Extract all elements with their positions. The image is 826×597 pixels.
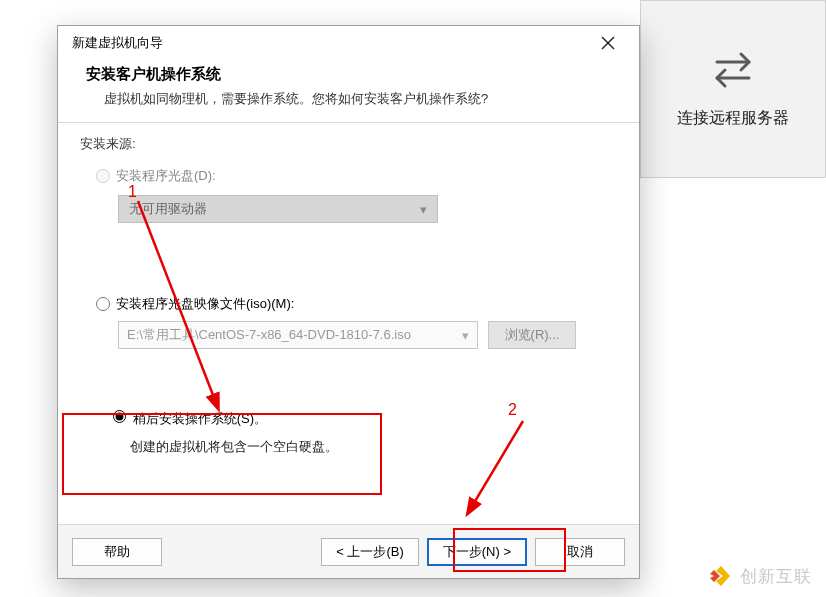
swap-icon — [711, 50, 755, 90]
logo-icon — [708, 563, 734, 589]
dialog-body: 安装来源: 安装程序光盘(D): 无可用驱动器 ▾ 安装程序光盘映像文件(iso… — [58, 123, 639, 524]
option-install-disc-label: 安装程序光盘(D): — [116, 167, 216, 185]
radio-install-disc — [96, 169, 110, 183]
option-install-iso: 安装程序光盘映像文件(iso)(M): E:\常用工具\CentOS-7-x86… — [96, 295, 617, 349]
next-button[interactable]: 下一步(N) > — [427, 538, 527, 566]
radio-install-later[interactable] — [113, 410, 126, 423]
option-install-disc-row[interactable]: 安装程序光盘(D): — [96, 167, 617, 185]
side-panel-label: 连接远程服务器 — [677, 108, 789, 129]
option-install-iso-label: 安装程序光盘映像文件(iso)(M): — [116, 295, 294, 313]
dialog-header: 安装客户机操作系统 虚拟机如同物理机，需要操作系统。您将如何安装客户机操作系统? — [58, 59, 639, 122]
cancel-button[interactable]: 取消 — [535, 538, 625, 566]
header-title: 安装客户机操作系统 — [86, 65, 611, 84]
browse-button: 浏览(R)... — [488, 321, 576, 349]
help-button[interactable]: 帮助 — [72, 538, 162, 566]
logo-text: 创新互联 — [740, 565, 812, 588]
back-button[interactable]: < 上一步(B) — [321, 538, 419, 566]
next-button-label: 下一步(N) > — [443, 543, 511, 561]
header-subtitle: 虚拟机如同物理机，需要操作系统。您将如何安装客户机操作系统? — [86, 90, 611, 108]
disc-drive-combo: 无可用驱动器 ▾ — [118, 195, 438, 223]
titlebar: 新建虚拟机向导 — [58, 26, 639, 59]
browse-button-label: 浏览(R)... — [505, 326, 560, 344]
option-install-later-desc: 创建的虚拟机将包含一个空白硬盘。 — [130, 438, 605, 456]
watermark-logo: 创新互联 — [708, 563, 812, 589]
option-install-later-label: 稍后安装操作系统(S)。 — [133, 411, 267, 426]
option-install-later: 稍后安装操作系统(S)。 创建的虚拟机将包含一个空白硬盘。 — [96, 399, 617, 466]
dialog-footer: 帮助 < 上一步(B) 下一步(N) > 取消 — [58, 524, 639, 578]
iso-path-combo[interactable]: E:\常用工具\CentOS-7-x86_64-DVD-1810-7.6.iso… — [118, 321, 478, 349]
close-button[interactable] — [587, 28, 629, 58]
help-button-label: 帮助 — [104, 543, 130, 561]
new-vm-wizard-dialog: 新建虚拟机向导 安装客户机操作系统 虚拟机如同物理机，需要操作系统。您将如何安装… — [57, 25, 640, 579]
cancel-button-label: 取消 — [567, 543, 593, 561]
install-source-label: 安装来源: — [80, 135, 617, 153]
chevron-down-icon: ▾ — [462, 328, 469, 343]
radio-install-iso[interactable] — [96, 297, 110, 311]
disc-drive-value: 无可用驱动器 — [129, 200, 207, 218]
side-panel[interactable]: 连接远程服务器 — [640, 0, 826, 178]
option-install-disc: 安装程序光盘(D): 无可用驱动器 ▾ — [96, 167, 617, 223]
back-button-label: < 上一步(B) — [336, 543, 404, 561]
close-icon — [601, 36, 615, 50]
dialog-title: 新建虚拟机向导 — [72, 34, 163, 52]
iso-path-value: E:\常用工具\CentOS-7-x86_64-DVD-1810-7.6.iso — [127, 326, 411, 344]
chevron-down-icon: ▾ — [420, 202, 427, 217]
option-install-later-row[interactable]: 稍后安装操作系统(S)。 — [108, 411, 267, 426]
option-install-iso-row[interactable]: 安装程序光盘映像文件(iso)(M): — [96, 295, 617, 313]
